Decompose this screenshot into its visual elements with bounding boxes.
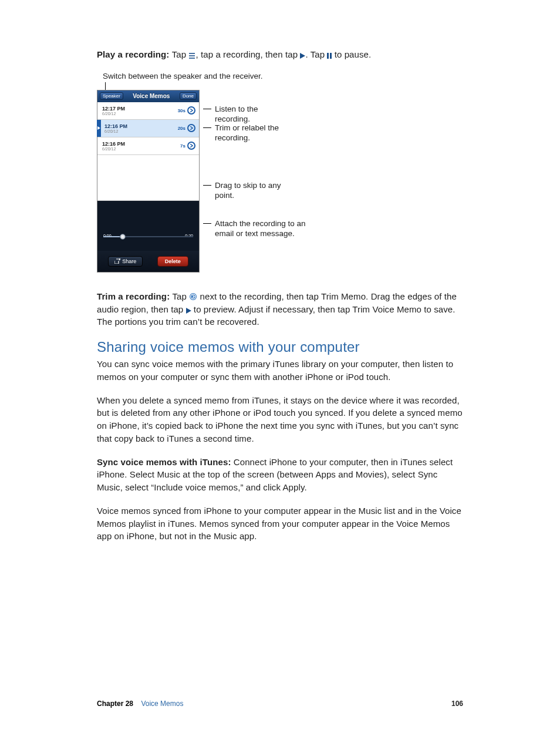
memo-time: 12:17 PM [102, 106, 178, 112]
trim-recording-instruction: Trim a recording: Tap next to the record… [97, 290, 463, 328]
memo-empty-area [97, 155, 199, 201]
memo-time: 12:16 PM [102, 141, 180, 147]
disclosure-icon[interactable] [187, 124, 195, 132]
memo-row-2[interactable]: 12:16 PM 6/20/12 7s [97, 137, 199, 155]
figure-caption-top: Switch between the speaker and the recei… [103, 72, 463, 80]
phone-bottom-bar: Share Delete [97, 251, 199, 272]
callout-trim: Trim or relabel the recording. [215, 123, 303, 143]
figure: Switch between the speaker and the recei… [97, 72, 463, 273]
share-icon [114, 258, 120, 264]
memo-time: 12:16 PM [104, 123, 178, 129]
svg-marker-6 [97, 126, 100, 130]
callout-tick [105, 82, 106, 90]
scrubber[interactable] [103, 236, 193, 237]
done-button[interactable]: Done [180, 92, 197, 100]
callout-drag: Drag to skip to any point. [215, 181, 285, 201]
section-heading: Sharing voice memos with your computer [97, 339, 463, 355]
memo-date: 6/20/12 [102, 112, 178, 116]
footer-chapter-label: Chapter 28 [97, 700, 133, 708]
memo-date: 6/20/12 [102, 147, 180, 151]
svg-marker-9 [186, 308, 191, 314]
page-footer: Chapter 28 Voice Memos 106 [97, 700, 463, 708]
disclosure-circle-icon [189, 293, 197, 301]
memo-row-1[interactable]: 12:16 PM 6/20/12 20s [97, 120, 199, 137]
callout-attach: Attach the recording to an email or text… [215, 219, 309, 239]
disclosure-icon[interactable] [187, 106, 195, 115]
para-sync-intro: You can sync voice memos with the primar… [97, 358, 463, 384]
row-play-indicator-icon [97, 120, 101, 137]
play-recording-instruction: Play a recording: Tap , tap a recording,… [97, 48, 463, 61]
scrubber-area: 0:00 -0:20 [97, 201, 199, 251]
phone-header: Speaker Voice Memos Done [97, 90, 199, 102]
speaker-button[interactable]: Speaker [100, 92, 123, 100]
memo-duration: 30s [178, 108, 185, 113]
para-synced-location: Voice memos synced from iPhone to your c… [97, 505, 463, 543]
svg-rect-4 [327, 53, 329, 59]
disclosure-icon[interactable] [187, 142, 195, 150]
callout-listen: Listen to the recording. [215, 105, 285, 125]
share-button[interactable]: Share [108, 256, 143, 267]
memo-duration: 20s [178, 126, 185, 131]
footer-chapter-title: Voice Memos [141, 700, 183, 708]
page: Play a recording: Tap , tap a recording,… [0, 0, 560, 743]
memo-duration: 7s [180, 143, 185, 149]
delete-button[interactable]: Delete [157, 256, 188, 267]
para-sync-steps: Sync voice memos with iTunes: Connect iP… [97, 456, 463, 494]
list-icon [188, 53, 195, 59]
para-delete-behavior: When you delete a synced memo from iTune… [97, 394, 463, 445]
memo-date: 6/20/12 [104, 129, 178, 133]
phone-mock: Speaker Voice Memos Done 12:17 PM 6/20/1… [97, 90, 200, 273]
phone-title: Voice Memos [133, 93, 170, 99]
scrub-knob-icon[interactable] [120, 234, 126, 240]
play-recording-bold: Play a recording: [97, 49, 172, 59]
play-icon [186, 308, 191, 314]
footer-page-number: 106 [451, 700, 463, 708]
memo-row-0[interactable]: 12:17 PM 6/20/12 30s [97, 102, 199, 120]
